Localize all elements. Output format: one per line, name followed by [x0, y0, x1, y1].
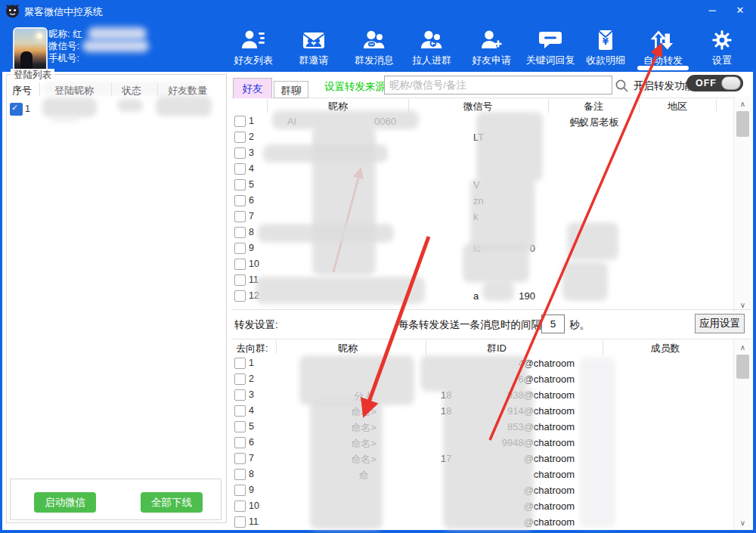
redaction-blob — [117, 99, 143, 112]
toolbar-label: 好友申请 — [465, 54, 518, 67]
settings-icon — [696, 27, 748, 51]
toolbar-label: 群发消息 — [348, 54, 401, 67]
toolbar-friend-list[interactable]: 好友列表 — [227, 27, 280, 67]
column-header-region[interactable]: 地区 — [642, 100, 713, 113]
redaction-blob — [579, 357, 615, 528]
toolbar-payment-detail[interactable]: ¥ 收款明细 — [579, 27, 632, 67]
offline-all-button[interactable]: 全部下线 — [141, 492, 203, 513]
row-checkbox[interactable] — [234, 290, 246, 302]
row-checkbox[interactable] — [234, 179, 246, 191]
redaction-blob — [463, 243, 529, 283]
minimize-button[interactable]: ─ — [701, 2, 723, 20]
scroll-down-icon[interactable]: ∨ — [734, 519, 751, 527]
scrollbar-thumb[interactable] — [736, 355, 749, 379]
row-checkbox[interactable] — [234, 405, 246, 417]
redaction-blob — [470, 178, 535, 251]
group-message-icon — [348, 27, 401, 51]
row-checkbox[interactable] — [10, 103, 23, 116]
toolbar-group-invite[interactable]: 群邀请 — [287, 27, 340, 67]
titlebar: 聚客微信中控系统 ─ ✕ — [0, 0, 756, 21]
redaction-blob — [256, 277, 425, 304]
nickname-label: 昵称: — [48, 29, 73, 39]
toolbar-group-message[interactable]: 群发消息 — [348, 27, 401, 67]
row-checkbox[interactable] — [234, 274, 246, 286]
toolbar-friend-request[interactable]: 好友申请 — [465, 27, 518, 67]
row-checkbox[interactable] — [234, 421, 246, 432]
redaction-blob — [88, 27, 147, 40]
source-scrollbar[interactable]: ∧ ∨ — [733, 97, 751, 312]
toolbar-label: 好友列表 — [227, 54, 280, 67]
remark-fragment: 蚂蚁居老板 — [549, 116, 640, 129]
row-checkbox[interactable] — [234, 227, 246, 238]
toolbar-label: 收款明细 — [579, 54, 632, 67]
forward-settings-label: 转发设置: — [234, 318, 278, 332]
tab-group-chat[interactable]: 群聊 — [274, 81, 308, 98]
redaction-blob — [42, 82, 207, 95]
row-checkbox[interactable] — [234, 116, 246, 127]
row-checkbox[interactable] — [234, 373, 246, 385]
row-checkbox[interactable] — [234, 358, 246, 369]
redaction-blob — [82, 40, 149, 52]
row-checkbox[interactable] — [234, 453, 246, 464]
interval-input[interactable] — [541, 315, 565, 333]
column-header-seq[interactable]: 序号 — [12, 84, 32, 98]
redaction-blob — [258, 224, 394, 243]
user-wechat-line: 微信号: — [48, 40, 79, 52]
search-input[interactable] — [384, 76, 612, 95]
toolbar-label: 群邀请 — [287, 54, 340, 67]
keyword-reply-icon — [522, 27, 579, 51]
app-title: 聚客微信中控系统 — [24, 5, 103, 19]
redaction-blob — [420, 355, 528, 392]
row-checkbox[interactable] — [234, 500, 246, 512]
column-header-remark[interactable]: 备注 — [558, 100, 629, 113]
row-checkbox[interactable] — [234, 389, 246, 401]
sun-decoration — [37, 33, 42, 39]
toolbar-auto-forward[interactable]: 自动转发 — [637, 27, 689, 67]
column-header-member-count[interactable]: 成员数 — [630, 342, 701, 355]
row-checkbox[interactable] — [234, 516, 246, 528]
scroll-up-icon[interactable]: ∧ — [734, 343, 751, 352]
scrollbar-thumb[interactable] — [736, 111, 749, 137]
start-wechat-button[interactable]: 启动微信 — [34, 492, 96, 513]
close-button[interactable]: ✕ — [729, 2, 751, 20]
login-panel — [6, 74, 227, 523]
friend-list-icon — [227, 27, 280, 51]
login-panel-title: 登陆列表 — [11, 69, 54, 82]
pull-into-group-icon — [405, 27, 458, 51]
redaction-blob — [567, 222, 618, 260]
row-checkbox[interactable] — [234, 437, 246, 448]
interval-label: 每条转发发送一条消息时的间隔: — [398, 318, 544, 332]
scroll-up-icon[interactable]: ∧ — [734, 100, 751, 108]
app-window: 聚客微信中控系统 ─ ✕ 昵称: 红 微信号: 手机号: 好友列表 群邀请 群发… — [0, 0, 756, 533]
row-checkbox[interactable] — [234, 163, 246, 175]
forward-toggle[interactable]: OFF — [686, 75, 743, 91]
apply-settings-button[interactable]: 应用设置 — [695, 314, 745, 333]
redaction-blob — [263, 144, 388, 163]
row-checkbox[interactable] — [234, 469, 246, 480]
toggle-state-text: OFF — [696, 78, 717, 88]
row-checkbox[interactable] — [234, 259, 246, 270]
toggle-knob[interactable] — [721, 76, 741, 90]
scroll-down-icon[interactable]: ∨ — [734, 301, 751, 309]
row-number: 1 — [25, 104, 30, 114]
row-checkbox[interactable] — [234, 132, 246, 143]
row-checkbox[interactable] — [234, 195, 246, 206]
dest-scrollbar[interactable]: ∧ ∨ — [733, 340, 751, 530]
row-checkbox[interactable] — [234, 211, 246, 222]
column-header-group-nickname[interactable]: 昵称 — [312, 342, 383, 355]
redaction-blob — [482, 281, 514, 301]
row-checkbox[interactable] — [234, 485, 246, 496]
user-avatar — [13, 27, 48, 73]
auto-forward-icon — [637, 27, 689, 51]
toolbar-keyword-reply[interactable]: 关键词回复 — [522, 27, 579, 67]
row-checkbox[interactable] — [234, 147, 246, 159]
column-header-group-id[interactable]: 群ID — [461, 342, 532, 355]
row-checkbox[interactable] — [234, 243, 246, 254]
redaction-blob — [310, 401, 383, 529]
search-icon[interactable] — [615, 79, 629, 93]
user-nickname-line: 昵称: 红 — [48, 28, 82, 40]
toolbar-pull-into-group[interactable]: 拉人进群 — [405, 27, 458, 67]
toggle-label: 开启转发功能 — [634, 79, 695, 93]
toolbar-settings[interactable]: 设置 — [696, 27, 748, 67]
tab-friends[interactable]: 好友 — [233, 78, 272, 98]
